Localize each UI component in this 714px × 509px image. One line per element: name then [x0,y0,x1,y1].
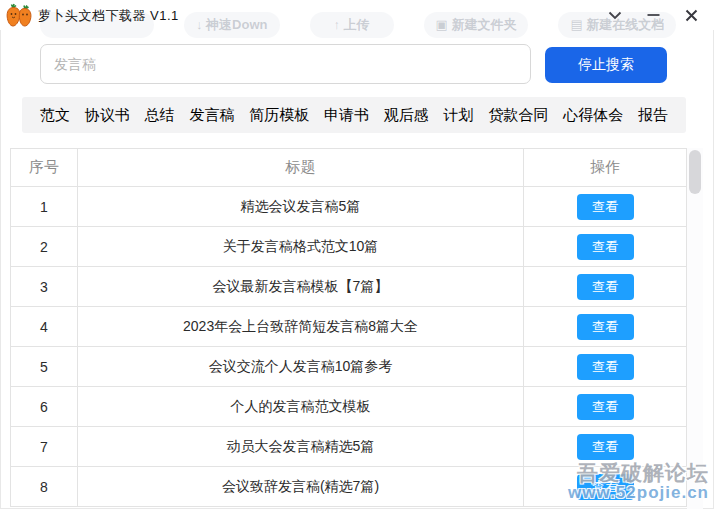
view-button[interactable]: 查看 [577,474,634,500]
tab-item[interactable]: 贷款合同 [488,106,548,125]
table-row: 6个人的发言稿范文模板查看 [11,387,687,427]
table-row: 7动员大会发言稿精选5篇查看 [11,427,687,467]
tab-item[interactable]: 范文 [40,106,70,125]
row-title: 动员大会发言稿精选5篇 [78,427,524,467]
table-header-row: 序号 标题 操作 [11,149,687,187]
row-index: 3 [11,267,78,307]
view-button[interactable]: 查看 [577,234,634,260]
row-action-cell: 查看 [524,427,687,467]
row-index: 7 [11,427,78,467]
tab-item[interactable]: 总结 [145,106,175,125]
row-action-cell: 查看 [524,387,687,427]
table-row: 42023年会上台致辞简短发言稿8篇大全查看 [11,307,687,347]
row-index: 1 [11,187,78,227]
table-row: 8会议致辞发言稿(精选7篇)查看 [11,467,687,507]
table-scrollbar[interactable] [687,148,703,509]
tab-item[interactable]: 发言稿 [189,106,234,125]
header-title: 标题 [78,149,524,187]
row-action-cell: 查看 [524,467,687,507]
row-action-cell: 查看 [524,227,687,267]
header-index: 序号 [11,149,78,187]
ghost-toolbar-item: ↑ 上传 [310,12,394,38]
table-row: 3会议最新发言稿模板【7篇】查看 [11,267,687,307]
row-title: 2023年会上台致辞简短发言稿8篇大全 [78,307,524,347]
dropdown-chevron-icon[interactable] [602,3,628,27]
row-action-cell: 查看 [524,307,687,347]
tab-item[interactable]: 观后感 [384,106,429,125]
view-button[interactable]: 查看 [577,314,634,340]
results-table: 序号 标题 操作 1精选会议发言稿5篇查看2关于发言稿格式范文10篇查看3会议最… [10,148,687,507]
table-row: 5会议交流个人发言稿10篇参考查看 [11,347,687,387]
row-title: 会议交流个人发言稿10篇参考 [78,347,524,387]
table-row: 1精选会议发言稿5篇查看 [11,187,687,227]
tab-bar: 范文协议书总结发言稿简历模板申请书观后感计划贷款合同心得体会报告 [22,97,686,133]
row-index: 4 [11,307,78,347]
table-body: 1精选会议发言稿5篇查看2关于发言稿格式范文10篇查看3会议最新发言稿模板【7篇… [11,187,687,507]
row-title: 精选会议发言稿5篇 [78,187,524,227]
row-action-cell: 查看 [524,267,687,307]
tab-item[interactable]: 报告 [638,106,668,125]
view-button[interactable]: 查看 [577,274,634,300]
search-input[interactable] [40,44,531,84]
tab-item[interactable]: 申请书 [324,106,369,125]
row-title: 关于发言稿格式范文10篇 [78,227,524,267]
title-bar: ↓ 神速Down↑ 上传▣ 新建文件夹▤ 新建在线文档 萝卜头文档下载器 V1.… [0,0,714,30]
header-action: 操作 [524,149,687,187]
view-button[interactable]: 查看 [577,394,634,420]
close-icon[interactable] [678,3,704,27]
view-button[interactable]: 查看 [577,434,634,460]
stop-search-button[interactable]: 停止搜索 [545,47,667,83]
minimize-icon[interactable] [640,3,666,27]
tab-item[interactable]: 协议书 [85,106,130,125]
ghost-toolbar-item: ↓ 神速Down [184,12,280,38]
row-title: 会议致辞发言稿(精选7篇) [78,467,524,507]
window-title: 萝卜头文档下载器 V1.1 [38,7,179,25]
row-index: 8 [11,467,78,507]
row-index: 5 [11,347,78,387]
scrollbar-thumb[interactable] [689,150,701,194]
tab-item[interactable]: 简历模板 [249,106,309,125]
row-title: 会议最新发言稿模板【7篇】 [78,267,524,307]
tab-item[interactable]: 心得体会 [563,106,623,125]
row-action-cell: 查看 [524,187,687,227]
row-action-cell: 查看 [524,347,687,387]
view-button[interactable]: 查看 [577,194,634,220]
row-title: 个人的发言稿范文模板 [78,387,524,427]
table-row: 2关于发言稿格式范文10篇查看 [11,227,687,267]
app-carrot-icon [5,3,33,27]
view-button[interactable]: 查看 [577,354,634,380]
ghost-toolbar-item: ▣ 新建文件夹 [424,12,529,38]
tab-item[interactable]: 计划 [444,106,474,125]
row-index: 6 [11,387,78,427]
row-index: 2 [11,227,78,267]
